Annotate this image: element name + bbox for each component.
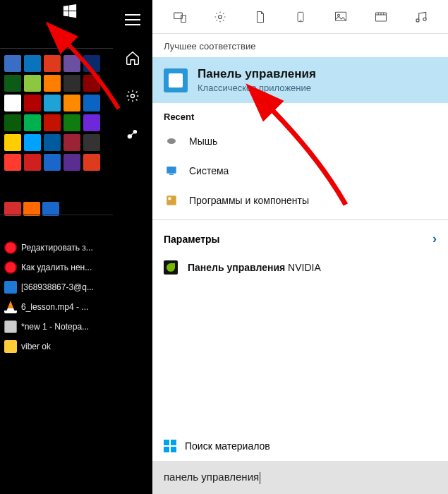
filter-phone-icon[interactable] [293,9,308,25]
taskbar-window-item[interactable]: [368938867-3@q... [4,281,110,294]
desktop-app-icon[interactable] [83,154,100,171]
svg-rect-20 [167,167,176,174]
desktop-app-icon[interactable] [24,154,41,171]
param-item-nvidia[interactable]: Панель управления NVIDIA [152,253,448,282]
best-match-subtitle: Классическое приложение [198,83,316,93]
share-icon[interactable] [123,124,143,144]
vlc-icon [4,301,17,313]
search-content: Лучшее соответствие Панель управления Кл… [152,0,448,494]
recent-item-system[interactable]: Система [152,156,448,186]
tray-icon[interactable] [4,202,21,216]
desktop-app-icon[interactable] [63,95,80,112]
desktop-app-icon[interactable] [4,55,21,72]
desktop-app-icon[interactable] [4,134,21,151]
mouse-icon [164,133,179,149]
desktop-app-icon[interactable] [24,134,41,151]
desktop-app-icon[interactable] [83,114,100,131]
taskbar-window-item[interactable]: Как удалить нен... [4,261,110,274]
programs-icon [164,193,179,208]
desktop-app-icon[interactable] [83,134,100,151]
tray-icons [4,202,59,216]
parameters-header[interactable]: Параметры › [152,224,448,253]
recent-item-mouse[interactable]: Мышь [152,126,448,156]
desktop-app-icon[interactable] [4,154,21,171]
desktop-icon-grid [4,55,110,171]
filter-music-icon[interactable] [413,9,429,25]
desktop-app-icon[interactable] [44,114,61,131]
filter-settings-icon[interactable] [212,9,228,25]
best-match-title: Панель управления [198,67,316,81]
desktop-app-icon[interactable] [24,75,41,92]
filter-devices-icon[interactable] [172,9,188,25]
desktop-app-icon[interactable] [44,55,61,72]
search-panel: Лучшее соответствие Панель управления Кл… [113,0,448,494]
desktop-app-icon[interactable] [44,75,61,92]
desktop-app-icon[interactable] [4,75,21,92]
svg-point-0 [53,29,62,38]
nvidia-icon [164,260,178,275]
windows-store-icon [164,440,176,452]
svg-point-4 [133,131,136,133]
desktop-app-icon[interactable] [63,154,80,171]
taskbar-search-icon[interactable] [51,27,66,42]
svg-rect-22 [167,195,176,205]
taskbar-window-item[interactable]: viber ok [4,340,110,353]
desktop-app-icon[interactable] [63,55,80,72]
desktop-app-icon[interactable] [4,114,21,131]
recent-item-programs[interactable]: Программы и компоненты [152,186,448,215]
desktop-app-icon[interactable] [63,114,80,131]
desktop-app-icon[interactable] [44,134,61,151]
best-match-header: Лучшее соответствие [152,34,448,57]
svg-point-7 [218,15,222,18]
desktop-app-icon[interactable] [63,75,80,92]
taskbar-window-list: Редактировать з...Как удалить нен...[368… [4,241,110,353]
svg-point-19 [167,138,176,144]
opera-icon [4,241,17,254]
settings-gear-icon[interactable] [123,86,143,106]
windows-logo-icon[interactable] [62,4,78,19]
desktop-app-icon[interactable] [24,95,41,112]
tray-icon[interactable] [42,202,59,216]
control-panel-icon [164,68,188,92]
web-search-row[interactable]: Поиск материалов [152,431,448,461]
desktop-app-icon[interactable] [24,55,41,72]
desktop-area: Редактировать з...Как удалить нен...[368… [0,0,113,494]
filter-video-icon[interactable] [373,9,389,25]
desktop-app-icon[interactable] [83,75,100,92]
filter-image-icon[interactable] [333,9,349,25]
desktop-app-icon[interactable] [24,114,41,131]
taskbar-window-item[interactable]: *new 1 - Notepa... [4,320,110,333]
desktop-app-icon[interactable] [4,95,21,112]
opera-icon [4,261,17,274]
best-match-result[interactable]: Панель управления Классическое приложени… [152,57,448,103]
tray-icon[interactable] [23,202,40,216]
hamburger-icon[interactable] [123,10,143,30]
recent-header: Recent [152,103,448,126]
svg-line-1 [61,37,65,41]
taskbar-window-item[interactable]: 6_lesson.mp4 - ... [4,301,110,313]
system-icon [164,163,179,179]
note-icon [4,320,17,333]
taskbar-window-item[interactable]: Редактировать з... [4,241,110,254]
filter-document-icon[interactable] [253,9,268,25]
desktop-app-icon[interactable] [44,95,61,112]
svg-rect-23 [169,198,171,200]
folder-icon [4,340,17,353]
desktop-app-icon[interactable] [44,154,61,171]
search-input[interactable]: панель управления [152,461,448,494]
svg-rect-21 [169,174,174,176]
home-icon[interactable] [123,48,143,68]
desktop-app-icon[interactable] [83,95,100,112]
desktop-app-icon[interactable] [83,55,100,72]
search-rail [113,0,152,494]
chevron-right-icon: › [432,231,437,246]
svg-point-2 [131,95,135,98]
desktop-app-icon[interactable] [63,134,80,151]
filter-row [152,0,448,34]
thunder-icon [4,281,17,294]
